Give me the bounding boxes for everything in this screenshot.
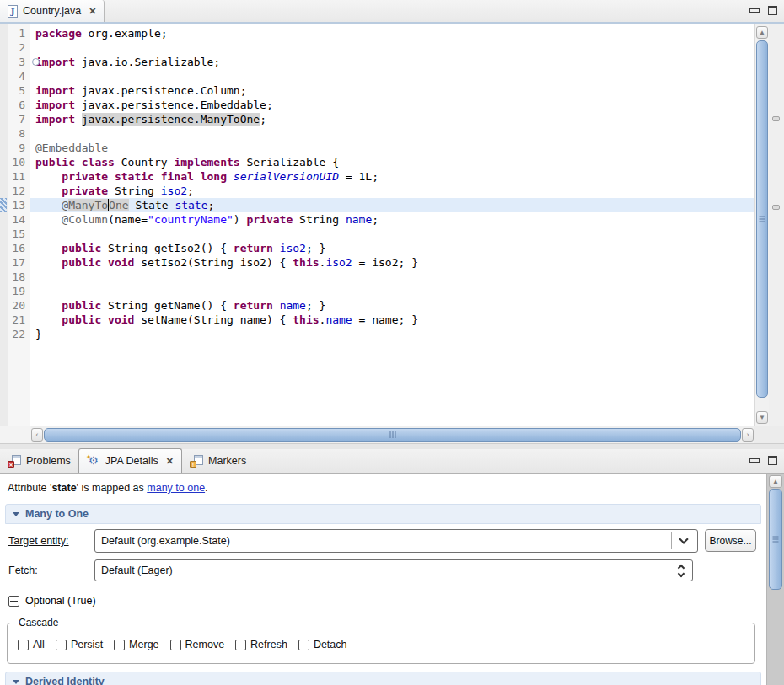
code-line[interactable]: @ManyToOne State state; [30, 198, 754, 212]
checkbox-label: Persist [71, 639, 103, 650]
view-tab-markers[interactable]: !Markers [182, 449, 254, 473]
cascade-option-refresh[interactable]: Refresh [235, 639, 287, 650]
cascade-option-all[interactable]: All [18, 639, 45, 650]
view-vertical-scrollbar[interactable]: ▲ [766, 474, 784, 685]
close-icon[interactable]: ✕ [89, 6, 96, 17]
code-area[interactable]: package org.example;import java.io.Seria… [30, 24, 754, 426]
cascade-legend: Cascade [16, 617, 61, 629]
checkbox-label: Remove [185, 639, 225, 650]
spinner-icons[interactable] [679, 565, 684, 576]
minimize-icon[interactable] [749, 8, 760, 13]
code-line[interactable] [35, 227, 754, 241]
scroll-up-icon[interactable]: ▲ [756, 26, 768, 39]
view-vscroll-thumb[interactable] [769, 489, 782, 590]
editor-tab-country-java[interactable]: Country.java ✕ [0, 0, 105, 22]
section-title: Many to One [25, 508, 89, 520]
code-line[interactable]: import javax.persistence.Column; [35, 83, 754, 98]
checkbox[interactable] [170, 640, 181, 650]
line-number: 21 [0, 313, 30, 327]
code-line[interactable]: public void setIso2(String iso2) { this.… [35, 255, 754, 270]
occurrence-marker[interactable] [772, 205, 780, 210]
target-entity-label[interactable]: Target entity: [8, 535, 69, 547]
view-tab-label: Markers [208, 455, 246, 467]
chevron-down-icon[interactable] [679, 534, 688, 543]
line-number: 18 [0, 270, 30, 284]
line-number: 8 [0, 126, 30, 141]
line-number: 9 [0, 141, 30, 155]
code-line[interactable]: public class Country implements Serializ… [35, 155, 754, 169]
combo-separator [671, 532, 672, 549]
chevron-down-icon [13, 680, 19, 684]
close-icon[interactable]: ✕ [166, 456, 174, 467]
code-line[interactable]: import java.io.Serializable; [35, 55, 754, 69]
section-many-to-one[interactable]: Many to One [5, 504, 761, 524]
browse-button[interactable]: Browse... [705, 529, 756, 552]
code-line[interactable] [35, 270, 754, 284]
checkbox[interactable] [235, 640, 246, 650]
code-line[interactable]: @Column(name="countryName") private Stri… [35, 212, 754, 227]
line-number: 1 [0, 26, 30, 40]
eclipse-window: Country.java ✕ 1234567891011121314151617… [0, 0, 784, 685]
line-number: 4 [0, 69, 30, 83]
scroll-down-icon[interactable]: ▼ [756, 411, 768, 424]
hscroll-thumb[interactable] [44, 428, 741, 442]
scroll-right-icon[interactable]: › [742, 428, 754, 442]
view-tab-problems[interactable]: ✕Problems [0, 449, 78, 473]
occurrence-marker[interactable] [772, 116, 780, 121]
code-line[interactable]: public void setName(String name) { this.… [35, 313, 754, 327]
view-tab-jpa-details[interactable]: JPA Details✕ [78, 448, 182, 473]
scroll-grip-icon [760, 217, 765, 222]
jpa-details-icon [87, 454, 100, 468]
code-line[interactable]: package org.example; [35, 26, 754, 40]
fetch-combo[interactable]: Default (Eager) [94, 559, 693, 581]
message-text: . [205, 482, 207, 494]
message-text: Attribute ' [8, 482, 51, 494]
line-number: 10 [0, 155, 30, 169]
code-line[interactable] [35, 126, 754, 141]
optional-label: Optional (True) [25, 595, 96, 607]
checkbox[interactable] [114, 640, 125, 650]
code-line[interactable]: } [35, 327, 754, 341]
mapping-type-link[interactable]: many to one [147, 482, 205, 494]
optional-checkbox[interactable] [8, 596, 19, 607]
code-line[interactable]: private String iso2; [35, 184, 754, 198]
code-line[interactable]: import javax.persistence.ManyToOne; [35, 112, 754, 126]
editor-vertical-scrollbar[interactable]: ▲ ▼ [754, 24, 769, 426]
mapping-message: Attribute 'state' is mapped as many to o… [8, 482, 208, 494]
checkbox[interactable] [298, 640, 309, 650]
target-entity-combo[interactable]: Default (org.example.State) [94, 529, 698, 553]
hscroll-track[interactable] [44, 428, 741, 442]
code-line[interactable] [35, 69, 754, 83]
maximize-icon[interactable] [768, 6, 777, 15]
code-line[interactable]: import javax.persistence.Embeddable; [35, 98, 754, 112]
section-derived-identity[interactable]: Derived Identity [5, 672, 761, 685]
overview-ruler [769, 24, 784, 426]
checkbox-label: Detach [314, 639, 347, 650]
cascade-option-detach[interactable]: Detach [298, 639, 347, 650]
code-line[interactable]: public String getIso2() { return iso2; } [35, 241, 754, 255]
cascade-option-remove[interactable]: Remove [170, 639, 225, 650]
line-number-gutter: 12345678910111213141516171819202122 [0, 24, 30, 426]
code-line[interactable]: private static final long serialVersionU… [35, 169, 754, 184]
editor-vscroll-thumb[interactable] [756, 40, 768, 398]
editor-tab-label: Country.java [23, 5, 81, 17]
cascade-option-persist[interactable]: Persist [56, 639, 103, 650]
section-title: Derived Identity [25, 676, 105, 685]
code-line[interactable] [35, 40, 754, 55]
markers-icon: ! [190, 455, 203, 468]
maximize-icon[interactable] [768, 456, 777, 465]
view-tab-bar: ✕ProblemsJPA Details✕!Markers [0, 449, 784, 474]
cascade-group: Cascade AllPersistMergeRemoveRefreshDeta… [7, 617, 755, 664]
code-line[interactable]: public String getName() { return name; } [35, 298, 754, 313]
code-line[interactable]: @Embeddable [35, 141, 754, 155]
checkbox[interactable] [18, 640, 29, 650]
code-line[interactable] [35, 284, 754, 298]
checkbox[interactable] [56, 640, 67, 650]
minimize-icon[interactable] [749, 458, 760, 463]
cascade-option-merge[interactable]: Merge [114, 639, 158, 650]
optional-checkbox-row[interactable]: Optional (True) [8, 595, 96, 607]
fold-minus-icon[interactable] [32, 58, 40, 66]
scroll-up-icon[interactable]: ▲ [769, 475, 782, 488]
problems-icon: ✕ [8, 455, 21, 468]
scroll-left-icon[interactable]: ‹ [31, 428, 43, 442]
